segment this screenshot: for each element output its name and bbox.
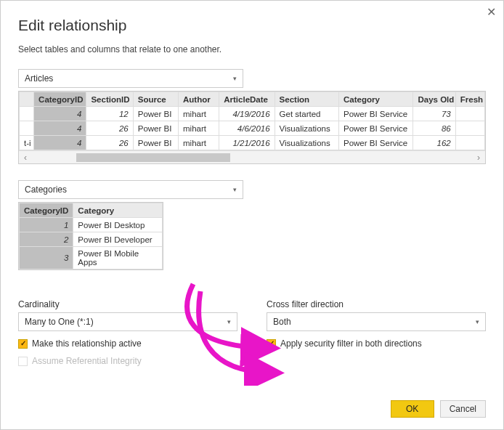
table2-name: Categories [25,184,67,195]
referential-checkbox-row: Assume Referential Integrity [18,356,237,366]
table2-select[interactable]: Categories ▾ [18,180,243,199]
table1-preview: CategoryID SectionID Source Author Artic… [18,91,486,164]
table2-preview: CategoryID Category 1 Power BI Desktop 2… [18,202,163,270]
scroll-right-icon[interactable]: › [472,153,485,163]
col-header[interactable]: CategoryID [20,203,73,218]
col-header[interactable]: Author [179,92,219,107]
col-header[interactable]: Category [339,92,413,107]
table-row[interactable]: 4 26 Power BI mihart 4/6/2016 Visualizat… [20,121,485,136]
chevron-down-icon: ▾ [476,318,479,325]
cancel-button[interactable]: Cancel [440,400,486,418]
table-row[interactable]: t-i 4 26 Power BI mihart 1/21/2016 Visua… [20,136,485,150]
table1-select[interactable]: Articles ▾ [18,69,243,88]
table1-name: Articles [25,73,53,84]
edit-relationship-dialog: ✕ Edit relationship Select tables and co… [0,0,504,430]
close-icon[interactable]: ✕ [487,5,496,19]
horizontal-scrollbar[interactable]: ‹ › [19,150,485,163]
col-header[interactable]: CategoryID [34,92,86,107]
chevron-down-icon: ▾ [233,75,237,82]
crossfilter-label: Cross filter direction [267,299,486,309]
chevron-down-icon: ▾ [233,186,237,193]
crossfilter-select[interactable]: Both ▾ [267,312,486,331]
checkbox-icon[interactable] [267,339,276,349]
table-row[interactable]: 2 Power BI Developer [20,232,163,247]
table-header-row: CategoryID SectionID Source Author Artic… [20,92,485,107]
col-header[interactable]: Section [275,92,338,107]
col-header[interactable]: Category [73,203,163,218]
chevron-down-icon: ▾ [227,318,231,325]
col-header[interactable]: SectionID [86,92,133,107]
ok-button[interactable]: OK [391,400,434,418]
security-filter-checkbox-row[interactable]: Apply security filter in both directions [267,338,486,349]
dialog-title: Edit relationship [18,17,486,34]
table-row[interactable]: 3 Power BI Mobile Apps [20,247,163,269]
checkbox-icon [18,357,28,366]
checkbox-icon[interactable] [18,339,28,349]
col-header[interactable]: Source [133,92,178,107]
cardinality-label: Cardinality [18,299,237,309]
table-row[interactable]: 1 Power BI Desktop [20,218,163,232]
table-row[interactable]: 4 12 Power BI mihart 4/19/2016 Get start… [20,107,485,121]
col-header[interactable]: ArticleDate [219,92,275,107]
table-header-row: CategoryID Category [20,203,163,218]
col-header[interactable]: Days Old [413,92,455,107]
scroll-left-icon[interactable]: ‹ [19,153,32,163]
dialog-subtitle: Select tables and columns that relate to… [18,44,486,54]
col-header[interactable]: Fresh [455,92,484,107]
cardinality-select[interactable]: Many to One (*:1) ▾ [18,312,237,331]
active-checkbox-row[interactable]: Make this relationship active [18,338,237,349]
